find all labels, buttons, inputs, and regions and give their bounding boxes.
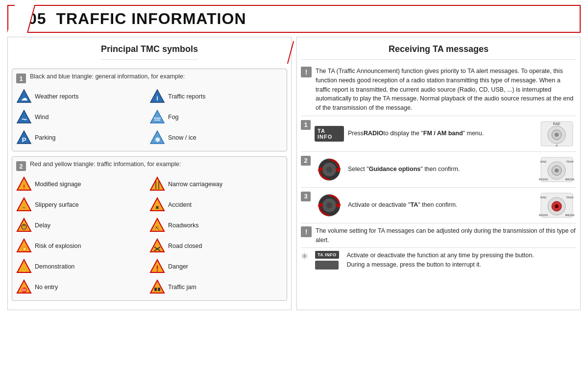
svg-text:RADIO: RADIO (539, 178, 548, 181)
step2-number: 2 (301, 156, 311, 166)
narrow-carriageway-icon (149, 176, 165, 192)
symbol-wind: 〜 Wind (16, 108, 149, 126)
demonstration-icon: ✊ (16, 259, 32, 274)
svg-text:⛔: ⛔ (21, 287, 27, 293)
fog-icon (149, 109, 165, 125)
svg-text:TRAF: TRAF (566, 196, 574, 199)
step3-diagram: RAD TRAF RADIO MEDIA (537, 191, 576, 220)
symbol-roadworks: ⛏ Roadworks (149, 216, 283, 235)
traffic-reports-label: Traffic reports (168, 93, 205, 100)
weather-label: Weather reports (35, 93, 78, 100)
parking-icon: P (16, 130, 32, 146)
no-entry-icon: ⛔ (16, 279, 32, 295)
right-section-title: Receiving TA messages (301, 41, 576, 60)
weather-icon: ☁ (16, 89, 32, 104)
group2-symbols: ! Modified signage Narrow carriageway (16, 175, 283, 296)
snow-icon: ❄ (149, 130, 165, 146)
symbol-fog: Fog (149, 108, 283, 126)
alert-dot-volume: ! (301, 226, 312, 237)
step2-diagram-svg: RAD TRAF RADIO MEDIA (539, 155, 575, 184)
left-section-title-wrap: Principal TMC symbols (12, 41, 287, 64)
svg-text:!: ! (23, 184, 25, 190)
symbol-modified-signage: ! Modified signage (16, 175, 149, 194)
main-content: Principal TMC symbols 1 Black and blue t… (7, 37, 581, 310)
explosion-label: Risk of explosion (35, 243, 81, 249)
parking-label: Parking (35, 134, 55, 141)
demonstration-label: Demonstration (35, 263, 74, 270)
svg-text:MEDIA: MEDIA (565, 214, 574, 217)
svg-marker-38 (150, 280, 164, 293)
ta-step-3: 3 Activate or deactivate "TA" then confi… (301, 188, 576, 223)
left-section-title: Principal TMC symbols (101, 41, 198, 60)
traffic-jam-icon (149, 279, 165, 295)
alert-dot-info: ! (301, 67, 312, 77)
symbol-road-closed: Road closed (149, 237, 283, 255)
volume-note-row: ! The volume setting for TA messages can… (301, 223, 576, 248)
group2-header: 2 Red and yellow triangle: traffic infor… (16, 161, 283, 171)
svg-rect-39 (154, 288, 157, 291)
delay-label: Delay (35, 222, 50, 229)
road-closed-label: Road closed (168, 243, 202, 249)
symbol-demonstration: ✊ Demonstration (16, 257, 149, 276)
step3-knob-icon (317, 193, 342, 218)
svg-text:❄: ❄ (155, 136, 160, 144)
symbol-narrow-carriageway: Narrow carriageway (149, 175, 283, 194)
snow-label: Snow / ice (168, 134, 196, 141)
step2-icon (315, 155, 344, 184)
ta-info-button-dark (315, 261, 339, 270)
left-column: Principal TMC symbols 1 Black and blue t… (7, 37, 292, 310)
step3-icon (315, 191, 344, 220)
symbol-parking: P Parking (16, 128, 149, 147)
svg-text:~: ~ (23, 205, 25, 210)
group2-number: 2 (16, 161, 26, 171)
svg-point-49 (326, 167, 332, 172)
roadworks-label: Roadworks (168, 222, 199, 229)
wind-label: Wind (35, 114, 49, 121)
svg-text:☁: ☁ (21, 95, 27, 102)
svg-text:〜: 〜 (22, 117, 27, 122)
step2-diagram: RAD TRAF RADIO MEDIA (537, 155, 576, 184)
page-header: 05 TRAFFIC INFORMATION (7, 5, 581, 33)
step1-diagram-svg: RAD A (539, 119, 575, 148)
svg-text:⛏: ⛏ (155, 226, 160, 231)
modified-signage-icon: ! (16, 176, 32, 192)
fog-label: Fog (168, 114, 179, 121)
symbol-no-entry: ⛔ No entry (16, 278, 149, 296)
svg-text:!: ! (156, 265, 158, 273)
svg-text:RAD: RAD (540, 196, 546, 199)
road-closed-icon (149, 238, 165, 254)
step3-diagram-svg: RAD TRAF RADIO MEDIA (539, 191, 575, 220)
group2-desc: Red and yellow triangle: traffic informa… (30, 161, 181, 168)
modified-signage-label: Modified signage (35, 181, 81, 188)
slippery-icon: ~ (16, 197, 32, 213)
ta-info-note: Activate or deactivate the function at a… (347, 251, 577, 270)
accident-label: Accident (168, 201, 192, 208)
svg-text:RAD: RAD (540, 160, 546, 163)
group1-symbols: ☁ Weather reports i Traffic reports (16, 87, 283, 147)
symbol-traffic-reports: i Traffic reports (149, 87, 283, 106)
symbol-delay: Delay (16, 216, 149, 235)
tmc-group-1: 1 Black and blue triangle: general infor… (12, 69, 287, 151)
step1-text: Press RADIO to display the "FM / AM band… (348, 119, 533, 148)
page-title: 05 TRAFFIC INFORMATION (28, 10, 246, 28)
no-entry-label: No entry (35, 284, 58, 291)
danger-icon: ! (149, 259, 165, 274)
svg-point-55 (555, 169, 559, 172)
group1-desc: Black and blue triangle: general informa… (30, 73, 185, 80)
svg-text:P: P (22, 136, 26, 144)
symbol-danger: ! Danger (149, 257, 283, 276)
svg-point-44 (555, 133, 559, 137)
svg-text:TRAF: TRAF (566, 160, 574, 163)
roadworks-icon: ⛏ (149, 218, 165, 233)
symbol-weather: ☁ Weather reports (16, 87, 149, 106)
narrow-carriageway-label: Narrow carriageway (168, 181, 222, 188)
delay-icon (16, 218, 32, 233)
step3-text: Activate or deactivate "TA" then confirm… (348, 191, 533, 220)
svg-text:✊: ✊ (22, 267, 27, 272)
svg-text:MEDIA: MEDIA (565, 178, 574, 181)
symbol-traffic-jam: Traffic jam (149, 278, 283, 296)
traffic-jam-label: Traffic jam (168, 284, 196, 291)
slippery-label: Slippery surface (35, 201, 79, 208)
right-column: Receiving TA messages ! The TA (Traffic … (296, 37, 581, 310)
svg-text:RADIO: RADIO (539, 214, 548, 217)
